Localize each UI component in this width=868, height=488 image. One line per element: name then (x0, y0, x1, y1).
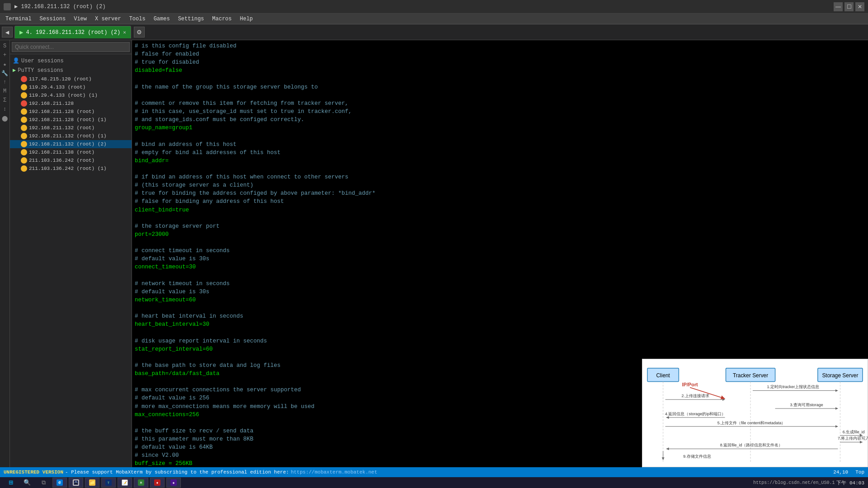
session-item-9[interactable]: 192.168.211.132 (root) (2) (10, 140, 132, 148)
session-label-6: 192.168.211.128 (root) (1) (29, 117, 107, 122)
session-item-6[interactable]: 192.168.211.128 (root) (1) (10, 116, 132, 124)
svg-text:5.上传文件（file content和metadata）: 5.上传文件（file content和metadata） (717, 421, 786, 425)
app4[interactable]: ♦ (150, 478, 165, 488)
cursor-position: 24,10 (833, 469, 848, 475)
app3[interactable]: M (134, 478, 148, 488)
menu-sessions[interactable]: Sessions (36, 15, 70, 23)
session-label-1: 117.48.215.120 (root) (29, 76, 92, 82)
tab-nav-left[interactable]: ◀ (2, 27, 13, 38)
quick-connect-input[interactable] (12, 42, 130, 52)
session-status-icon-11 (21, 157, 27, 164)
side-icon-games[interactable]: Σ (1, 96, 9, 104)
folder-icon: 📁 (89, 479, 95, 486)
svg-text:Tracker Server: Tracker Server (733, 372, 768, 379)
session-status-icon-5 (21, 108, 27, 115)
menu-settings[interactable]: Settings (175, 15, 208, 23)
side-icon-new[interactable]: + (1, 51, 9, 59)
session-item-7[interactable]: 192.168.211.132 (root) (10, 124, 132, 132)
session-status-icon-3 (21, 92, 27, 99)
menu-games[interactable]: Games (150, 15, 174, 23)
svg-text:Storage Server: Storage Server (822, 372, 858, 379)
clock: 下午 04:03 (836, 479, 864, 486)
session-status-icon-7 (21, 125, 27, 131)
session-item-3[interactable]: 119.29.4.133 (root) (1) (10, 91, 132, 99)
side-icon-upload[interactable]: ↑ (1, 78, 9, 86)
search-button[interactable]: 🔍 (20, 478, 34, 488)
side-icon-split[interactable]: ↕ (1, 105, 9, 113)
putty-sessions-label: PuTTY sessions (18, 67, 63, 74)
menu-view[interactable]: View (70, 15, 90, 23)
terminal-area[interactable]: # is this config file disabled # false f… (132, 40, 868, 467)
menu-tools[interactable]: Tools (126, 15, 149, 23)
session-tree: 👤 User sessions ▶ PuTTY sessions 117.48.… (10, 54, 132, 467)
scroll-position: Top (855, 469, 864, 475)
session-item-12[interactable]: 211.103.136.242 (root) (1) (10, 164, 132, 173)
side-icon-other[interactable]: ⬤ (1, 114, 9, 122)
sys-tray-text: https://blog.csdn.net/en_US0.1 (753, 480, 835, 485)
maximize-button[interactable]: ☐ (844, 2, 854, 11)
window-controls[interactable]: — ☐ ✕ (834, 2, 864, 11)
app5[interactable]: ◈ (166, 478, 181, 488)
session-status-icon-8 (21, 133, 27, 139)
tab-label: 4. 192.168.211.132 (root) (2) (26, 29, 120, 36)
session-status-icon-10 (21, 149, 27, 155)
close-button[interactable]: ✕ (855, 2, 864, 11)
session-status-icon-1 (21, 76, 27, 82)
session-item-8[interactable]: 192.168.211.132 (root) (1) (10, 132, 132, 140)
session-label-7: 192.168.211.132 (root) (29, 125, 94, 131)
edge-icon: e (57, 479, 63, 486)
user-sessions-icon: 👤 (13, 57, 19, 64)
svg-text:IP/Port: IP/Port (682, 382, 698, 387)
session-item-4[interactable]: 192.168.211.128 (10, 99, 132, 108)
session-item-5[interactable]: 192.168.211.128 (root) (10, 108, 132, 116)
task-view-button[interactable]: ⧉ (36, 478, 51, 488)
start-button[interactable]: ⊞ (4, 478, 18, 488)
taskbar-left: ⊞ 🔍 ⧉ e ◉ 📁 T 📝 M ♦ ◈ (4, 478, 181, 488)
menu-help[interactable]: Help (236, 15, 257, 23)
notepad-app[interactable]: 📝 (118, 478, 132, 488)
statusbar: UNREGISTERED VERSION - Please support Mo… (0, 467, 868, 477)
session-status-icon-2 (21, 84, 27, 90)
session-label-8: 192.168.211.132 (root) (1) (29, 133, 107, 139)
session-item-11[interactable]: 211.103.136.242 (root) (10, 156, 132, 164)
tab-status-icon: ▶ (19, 28, 23, 36)
taskbar-right: https://blog.csdn.net/en_US0.1 下午 04:03 (753, 479, 864, 486)
folder-app[interactable]: 📁 (85, 478, 99, 488)
side-icon-sessions[interactable]: S (1, 42, 9, 50)
session-label-5: 192.168.211.128 (root) (29, 109, 94, 114)
svg-text:Client: Client (656, 372, 670, 379)
side-icon-tools[interactable]: 🔧 (1, 69, 9, 77)
side-icon-macros[interactable]: M (1, 87, 9, 95)
svg-text:6.生成file_id: 6.生成file_id (843, 430, 865, 434)
session-item-1[interactable]: 117.48.215.120 (root) (10, 75, 132, 83)
session-label-2: 119.29.4.133 (root) (29, 84, 85, 90)
active-tab[interactable]: ▶ 4. 192.168.211.132 (root) (2) ✕ (14, 26, 131, 38)
tab-close-button[interactable]: ✕ (123, 29, 126, 35)
menu-xserver[interactable]: X server (91, 15, 125, 23)
tab-settings-button[interactable]: ⚙ (134, 27, 145, 38)
terminal-icon: T (105, 479, 112, 486)
user-sessions-header[interactable]: 👤 User sessions (10, 56, 132, 66)
menu-terminal[interactable]: Terminal (2, 15, 35, 23)
tabbar: ◀ ▶ 4. 192.168.211.132 (root) (2) ✕ ⚙ (0, 24, 868, 40)
svg-text:3.查询可用storage: 3.查询可用storage (790, 403, 823, 407)
chrome-app[interactable]: ◉ (69, 478, 83, 488)
putty-sessions-header[interactable]: ▶ PuTTY sessions (10, 66, 132, 75)
menu-macros[interactable]: Macros (208, 15, 235, 23)
session-item-2[interactable]: 119.29.4.133 (root) (10, 83, 132, 91)
terminal-app[interactable]: T (101, 478, 116, 488)
unregistered-badge: UNREGISTERED VERSION (4, 469, 63, 475)
edge-app[interactable]: e (52, 478, 67, 488)
putty-sessions-icon: ▶ (13, 67, 16, 74)
taskbar: ⊞ 🔍 ⧉ e ◉ 📁 T 📝 M ♦ ◈ (0, 477, 868, 488)
session-label-4: 192.168.211.128 (29, 101, 74, 106)
minimize-button[interactable]: — (834, 2, 843, 11)
session-label-3: 119.29.4.133 (root) (1) (29, 93, 98, 98)
svg-text:2.上传连接请求: 2.上传连接请求 (681, 394, 709, 398)
svg-text:7.将上传内容写入: 7.将上传内容写入 (838, 436, 868, 441)
side-icon-star[interactable]: ★ (1, 60, 9, 68)
status-text: - Please support MobaXterm by subscribin… (65, 469, 289, 475)
side-toolbar: S + ★ 🔧 ↑ M Σ ↕ ⬤ (0, 40, 10, 467)
session-item-10[interactable]: 192.168.211.138 (root) (10, 148, 132, 156)
support-link[interactable]: https://mobaxterm.mobatek.net (291, 469, 377, 475)
